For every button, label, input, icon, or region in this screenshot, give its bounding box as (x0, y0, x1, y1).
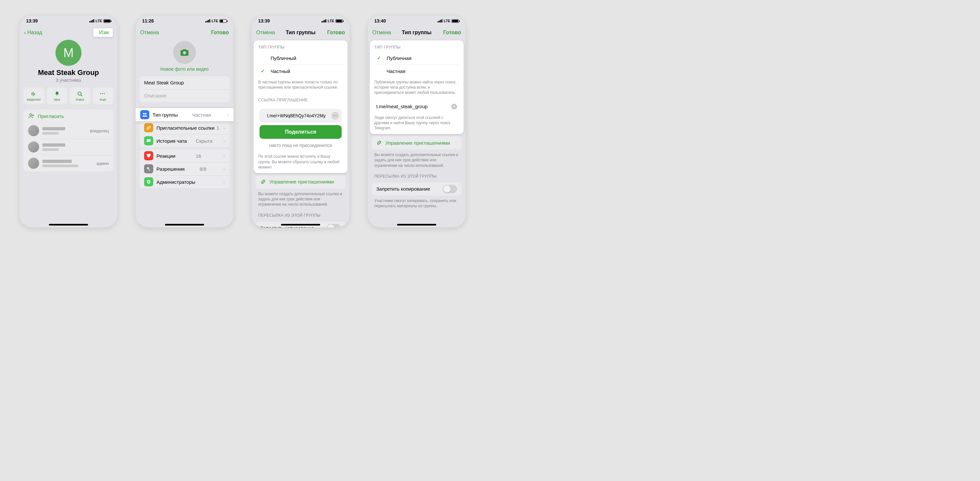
battery-icon (452, 19, 459, 23)
status-bar: 11:26 LTE (135, 16, 234, 26)
members-count: 3 участника (19, 78, 118, 83)
screen-group-type-private: 13:39 LTE Отмена Тип группы Готово ТИП Г… (252, 16, 350, 227)
check-icon: ✓ (261, 68, 269, 74)
invite-button[interactable]: Пригласить (24, 110, 113, 122)
chevron-right-icon: › (223, 153, 225, 159)
group-type-row[interactable]: Тип группы Частная › (135, 108, 234, 121)
signal-icon (438, 19, 442, 22)
battery-icon (103, 19, 111, 23)
link-more-button[interactable]: ⋯ (331, 112, 339, 120)
screen-group-info: 13:39 LTE ‹ Назад Изм. M Meat Steak Grou… (19, 16, 118, 227)
member-row[interactable]: админ (24, 155, 113, 171)
section-footer-manage: Вы можете создать дополнительные ссылки … (252, 190, 350, 211)
option-public[interactable]: ✓Публичная (372, 51, 461, 65)
option-private[interactable]: Частная (372, 65, 461, 78)
done-button[interactable]: Готово (209, 30, 229, 35)
bell-icon (54, 90, 60, 97)
group-avatar[interactable]: M (56, 40, 81, 66)
page-title: Тип группы (402, 30, 431, 35)
status-bar: 13:39 LTE (252, 16, 350, 26)
status-time: 11:26 (142, 18, 154, 24)
group-type-icon (140, 110, 149, 119)
manage-invites-button[interactable]: Управление приглашениями (372, 136, 461, 149)
nav-bar: ‹ Назад Изм. (19, 26, 118, 39)
photo-picker[interactable] (173, 41, 196, 64)
nobody-joined-label: никто пока не присоединился (256, 141, 345, 152)
quick-mute[interactable]: звук (47, 87, 68, 104)
done-button[interactable]: Готово (325, 30, 345, 35)
quick-search[interactable]: поиск (70, 87, 91, 104)
chevron-right-icon: › (223, 166, 225, 172)
svg-line-4 (81, 95, 82, 96)
add-user-icon (28, 113, 35, 119)
status-time: 13:39 (26, 18, 38, 24)
home-indicator (397, 224, 436, 225)
link-icon (144, 123, 153, 132)
status-bar: 13:40 LTE (368, 16, 466, 26)
option-private[interactable]: ✓Частный (256, 65, 345, 78)
invite-links-row[interactable]: Пригласительные ссылки 1 › (140, 121, 229, 134)
done-button[interactable]: Готово (441, 30, 461, 35)
chat-history-row[interactable]: История чата Скрыта › (140, 134, 229, 147)
new-photo-button[interactable]: Новое фото или видео (135, 67, 234, 72)
cancel-button[interactable]: Отмена (140, 30, 160, 35)
status-time: 13:40 (374, 18, 386, 24)
edit-button[interactable]: Изм. (93, 29, 113, 37)
toggle-off[interactable] (327, 224, 341, 228)
back-button[interactable]: ‹ Назад (24, 30, 44, 35)
member-row[interactable] (24, 139, 113, 155)
admins-row[interactable]: Администраторы › (140, 175, 229, 188)
chevron-right-icon: › (223, 138, 225, 144)
camera-icon (180, 49, 189, 56)
cancel-button[interactable]: Отмена (372, 30, 392, 35)
more-icon: ••• (100, 90, 106, 97)
description-input[interactable]: Описание (140, 89, 229, 102)
section-footer-manage: Вы можете создать дополнительные ссылки … (368, 152, 466, 171)
page-title: Тип группы (286, 30, 315, 35)
home-indicator (281, 224, 320, 225)
group-name-input[interactable]: Meat Steak Group (140, 76, 229, 89)
chat-icon (144, 136, 153, 145)
nav-bar: Отмена Тип группы Готово (252, 26, 350, 39)
shield-icon (144, 177, 153, 186)
network-label: LTE (95, 19, 102, 23)
nav-bar: Отмена Готово (135, 26, 234, 39)
toggle-off[interactable] (443, 185, 457, 193)
invite-link-field[interactable]: t.me/+WNq8EhQy74o4Y2My ⋯ (259, 109, 342, 122)
permissions-row[interactable]: Разрешения 8/8 › (140, 162, 229, 175)
svg-point-3 (78, 92, 81, 95)
reactions-row[interactable]: Реакции 16 › (140, 149, 229, 162)
chevron-right-icon: › (227, 112, 229, 117)
forbid-copy-toggle[interactable]: Запретить копирование (372, 183, 461, 195)
signal-icon (205, 19, 210, 22)
home-indicator (165, 224, 204, 225)
member-row[interactable]: владелец (24, 122, 113, 139)
quick-videochat[interactable]: видеочат (24, 87, 45, 104)
svg-rect-1 (33, 92, 33, 96)
manage-invites-button[interactable]: Управление приглашениями (256, 175, 345, 189)
signal-icon (321, 19, 326, 22)
svg-rect-2 (34, 93, 35, 95)
chevron-right-icon: › (223, 179, 225, 185)
network-label: LTE (328, 19, 334, 23)
nav-bar: Отмена Тип группы Готово (368, 26, 466, 39)
quick-more[interactable]: ••• ещё (92, 87, 114, 104)
screen-edit-group: 11:26 LTE Отмена Готово Новое фото или в… (135, 16, 234, 227)
member-role: админ (97, 161, 109, 166)
public-link-input[interactable]: t.me/meat_steak_group ✕ (372, 100, 461, 113)
check-icon: ✓ (377, 55, 385, 61)
cancel-button[interactable]: Отмена (256, 30, 276, 35)
status-bar: 13:39 LTE (19, 16, 118, 26)
network-label: LTE (212, 19, 218, 23)
screen-group-type-public: 13:40 LTE Отмена Тип группы Готово ТИП Г… (368, 16, 466, 227)
status-time: 13:39 (258, 18, 270, 24)
group-name: Meat Steak Group (19, 68, 118, 77)
link-icon (376, 140, 382, 146)
section-header-type: ТИП ГРУППЫ (254, 40, 348, 51)
clear-icon[interactable]: ✕ (451, 104, 457, 110)
share-button[interactable]: Поделиться (259, 125, 342, 139)
videochat-icon (31, 90, 37, 97)
option-public[interactable]: Публичный (256, 51, 345, 65)
avatar (28, 125, 39, 136)
section-footer-url: Люди смогут делиться этой ссылкой с друг… (370, 113, 464, 134)
